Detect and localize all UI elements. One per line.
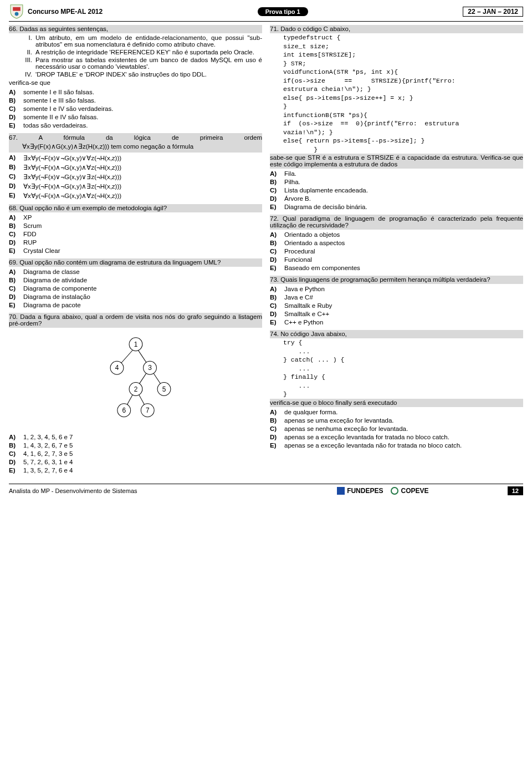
opt-text: somente I e IV são verdadeiras.: [23, 105, 113, 112]
question-69: 69. Qual opção não contém um diagrama de…: [9, 258, 262, 308]
header-right: 22 – JAN – 2012: [463, 7, 523, 17]
header-left: Concurso MPE-AL 2012: [28, 8, 103, 16]
opt-key: D): [9, 459, 20, 465]
opt-text: 1, 3, 5, 2, 7, 6 e 4: [23, 467, 73, 474]
fundepes-text: FUNDEPES: [347, 487, 383, 495]
crest-icon: [9, 3, 24, 20]
opt-key: A): [9, 214, 20, 221]
svg-rect-0: [13, 7, 21, 11]
opt-key: E): [9, 302, 20, 308]
question-72: 72. Qual paradigma de linguagem de progr…: [270, 215, 523, 271]
opt-text: Java e Python: [284, 286, 325, 292]
opt-text: FDD: [23, 231, 37, 237]
opt-key: D): [270, 311, 281, 317]
q67-lead2: ∀x∃y(F(x)∧G(x,y)∧∃z(H(x,z))) tem como ne…: [9, 142, 262, 151]
opt-text: Smalltalk e C++: [284, 311, 329, 317]
opt-text: ∀x∃y(¬F(x)∧¬G(x,y)∧∃z(¬H(x,z))): [23, 182, 121, 190]
opt-key: B): [9, 277, 20, 283]
q71-lead: 71. Dado o código C abaixo,: [270, 25, 523, 33]
q73-lead: 73. Quais linguagens de programação perm…: [270, 276, 523, 284]
tree-node: 3: [148, 364, 152, 372]
opt-key: E): [270, 265, 281, 271]
opt-text: Lista duplamente encadeada.: [284, 187, 368, 194]
opt-text: Procedural: [284, 248, 315, 255]
left-column: 66. Dadas as seguintes sentenças, I.Um a…: [9, 25, 262, 478]
opt-text: Pilha.: [284, 179, 300, 185]
opt-text: XP: [23, 214, 32, 221]
fundepes-logo: FUNDEPES: [337, 487, 383, 495]
opt-text: todas são verdadeiras.: [23, 122, 88, 129]
question-67: 67. A fórmula da lógica de primeira orde…: [9, 133, 262, 200]
opt-key: B): [9, 97, 20, 104]
question-71: 71. Dado o código C abaixo, typedefstruc…: [270, 25, 523, 210]
opt-key: C): [9, 231, 20, 237]
opt-key: A): [270, 286, 281, 292]
opt-key: A): [270, 170, 281, 177]
opt-text: 4, 1, 6, 2, 7, 3 e 5: [23, 450, 73, 457]
page-footer: Analista do MP - Desenvolvimento de Sist…: [9, 484, 523, 499]
opt-text: Diagrama de decisão binária.: [284, 204, 367, 210]
opt-key: D): [9, 182, 20, 190]
opt-text: apenas se a exceção levantada não for tr…: [284, 442, 462, 449]
q72-lead: 72. Qual paradigma de linguagem de progr…: [270, 215, 523, 230]
opt-text: Diagrama de pacote: [23, 302, 81, 308]
opt-text: ∀x∀y(¬F(x)∧¬G(x,y)∧∀z(¬H(x,z))): [23, 192, 121, 200]
header-center: Prova tipo 1: [106, 7, 459, 16]
opt-key: D): [270, 434, 281, 440]
q66-verify: verifica-se que: [9, 79, 262, 87]
q68-lead: 68. Qual opção não é um exemplo de metod…: [9, 204, 262, 212]
q74-lead: 74. No código Java abaixo,: [270, 330, 523, 338]
roman-text: A restrição de integridade 'REFERENCED K…: [35, 49, 254, 55]
q70-lead: 70. Dada a figura abaixo, qual a ordem d…: [9, 313, 262, 328]
opt-key: D): [9, 114, 20, 120]
opt-key: C): [9, 173, 20, 181]
copeve-logo: COPEVE: [391, 487, 428, 495]
opt-text: apenas se nenhuma exceção for levantada.: [284, 425, 408, 432]
opt-text: C++ e Python: [284, 319, 323, 326]
opt-key: C): [9, 285, 20, 292]
question-74: 74. No código Java abaixo, try { ... } c…: [270, 330, 523, 449]
opt-text: Fila.: [284, 170, 296, 177]
tree-node: 2: [134, 385, 137, 393]
footer-left: Analista do MP - Desenvolvimento de Sist…: [9, 488, 258, 494]
opt-text: Crystal Clear: [23, 247, 60, 254]
opt-text: Diagrama de classe: [23, 268, 80, 275]
opt-key: E): [270, 442, 281, 449]
roman-key: III.: [22, 57, 32, 70]
q71-code: typedefstruct { size_t size; int items[S…: [270, 33, 523, 154]
opt-text: Diagrama de componente: [23, 285, 96, 292]
roman-text: 'DROP TABLE' e 'DROP INDEX' são instruçõ…: [35, 71, 207, 78]
tree-node: 7: [145, 407, 149, 414]
question-66: 66. Dadas as seguintes sentenças, I.Um a…: [9, 25, 262, 129]
opt-key: E): [9, 122, 20, 129]
opt-text: Baseado em componentes: [284, 265, 360, 271]
question-73: 73. Quais linguagens de programação perm…: [270, 276, 523, 326]
opt-text: somente I e III são falsas.: [23, 97, 96, 104]
page-number: 12: [508, 486, 523, 495]
opt-key: E): [270, 204, 281, 210]
opt-key: B): [9, 222, 20, 229]
opt-key: A): [9, 154, 20, 162]
opt-key: B): [270, 179, 281, 185]
opt-key: B): [270, 240, 281, 246]
roman-text: Para mostrar as tabelas existentes de um…: [35, 57, 262, 70]
opt-text: Diagrama de atividade: [23, 277, 87, 283]
svg-point-1: [15, 12, 19, 16]
opt-text: somente II e IV são falsas.: [23, 114, 99, 120]
opt-text: 1, 4, 3, 2, 6, 7 e 5: [23, 442, 73, 449]
roman-key: I.: [22, 34, 32, 48]
opt-key: A): [270, 231, 281, 238]
opt-key: C): [270, 302, 281, 309]
opt-key: A): [9, 89, 20, 95]
opt-text: Árvore B.: [284, 195, 311, 202]
q71-post: sabe-se que STR é a estrutura e STRSIZE …: [270, 154, 523, 169]
opt-text: somente I e II são falsas.: [23, 89, 94, 95]
roman-key: II.: [22, 49, 32, 55]
opt-key: C): [9, 105, 20, 112]
copeve-icon: [391, 487, 398, 495]
q74-code: try { ... } catch( ... ) { ... } finally…: [270, 338, 523, 399]
opt-key: D): [270, 195, 281, 202]
q66-lead: 66. Dadas as seguintes sentenças,: [9, 25, 262, 33]
opt-text: RUP: [23, 239, 37, 246]
opt-key: E): [9, 247, 20, 254]
